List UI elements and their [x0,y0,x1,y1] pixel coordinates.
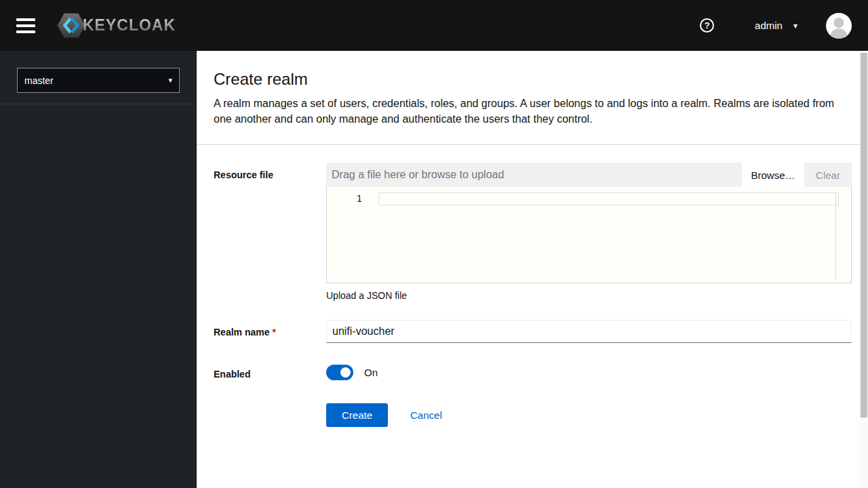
required-asterisk: * [272,327,275,338]
create-realm-form: Resource file Drag a file here or browse… [197,145,868,427]
help-icon[interactable]: ? [700,18,714,33]
sidebar-divider [0,104,197,104]
realm-name-label: Realm name* [214,320,326,343]
upload-helper-text: Upload a JSON file [326,290,852,301]
hamburger-bar [16,30,35,33]
realm-selector-dropdown[interactable]: master ▾ [17,68,180,93]
page-title: Create realm [214,70,841,89]
current-realm-label: master [24,75,168,86]
toggle-state-label: On [364,367,378,378]
line-number: 1 [327,192,362,205]
editor-scrollbar-track [835,192,836,280]
enabled-control: On [326,362,852,380]
realm-name-row: Realm name* [214,320,852,343]
scrollbar-thumb[interactable] [861,53,867,418]
page-header: Create realm A realm manages a set of us… [197,51,868,145]
realm-name-control [326,320,852,343]
actions-control: Create Cancel [326,403,852,427]
realm-name-input[interactable] [326,320,852,343]
keycloak-logo[interactable]: KEYCLOAK [57,13,176,38]
brand-wordmark: KEYCLOAK [83,16,176,35]
editor-line: 1 [327,187,851,205]
enabled-toggle[interactable] [326,365,353,380]
json-code-editor[interactable]: 1 [326,187,852,283]
resource-file-label: Resource file [214,163,326,301]
file-drop-zone[interactable]: Drag a file here or browse to upload [326,163,742,187]
chevron-down-icon: ▾ [793,21,797,30]
user-menu-dropdown[interactable]: admin ▾ [755,20,797,31]
avatar-head [834,18,844,28]
avatar-body [830,28,848,39]
form-actions: Create Cancel [214,403,852,427]
masthead: KEYCLOAK ? admin ▾ [0,0,868,51]
editor-empty-line[interactable] [378,192,839,205]
main-content: Create realm A realm manages a set of us… [197,51,868,488]
masthead-utilities: ? admin ▾ [700,13,852,39]
username-label: admin [755,20,783,31]
toggle-knob [340,367,351,378]
page-description: A realm manages a set of users, credenti… [214,96,841,127]
hamburger-menu-icon[interactable] [11,12,41,39]
hamburger-bar [16,24,35,27]
avatar[interactable] [826,13,852,39]
resource-file-row: Resource file Drag a file here or browse… [214,163,852,301]
chevron-down-icon: ▾ [168,76,172,85]
actions-spacer [214,412,326,419]
sidebar: master ▾ [0,51,197,488]
realm-name-label-text: Realm name [214,327,269,338]
clear-button[interactable]: Clear [804,163,852,187]
enabled-label: Enabled [214,362,326,380]
enabled-switch-wrap: On [326,362,852,380]
resource-file-control: Drag a file here or browse to upload Bro… [326,163,852,301]
cancel-link[interactable]: Cancel [410,409,442,421]
file-upload-bar: Drag a file here or browse to upload Bro… [326,163,852,187]
enabled-row: Enabled On [214,362,852,380]
page-scrollbar[interactable] [860,51,868,488]
hamburger-bar [16,18,35,21]
browse-button[interactable]: Browse… [742,163,804,187]
keycloak-hexagon-icon [57,13,85,38]
create-button[interactable]: Create [326,403,388,427]
